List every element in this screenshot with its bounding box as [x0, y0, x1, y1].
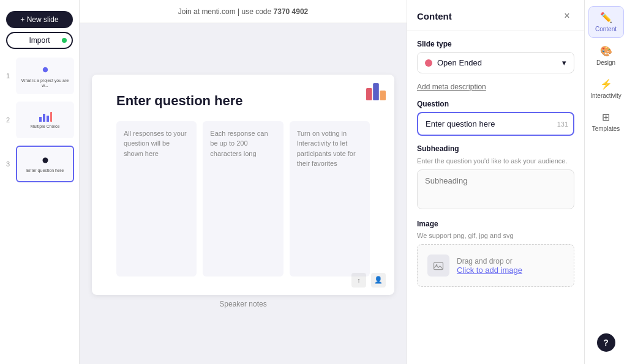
- image-desc: We support png, gif, jpg and svg: [417, 232, 574, 239]
- slide-share-icon[interactable]: ↑: [351, 273, 366, 288]
- slide-type-left: Open Ended: [425, 58, 482, 67]
- svg-rect-6: [366, 88, 372, 100]
- slide-1-label: What is a project you are w...: [20, 78, 70, 89]
- slide-item-3[interactable]: 3 Enter question here: [0, 142, 79, 186]
- design-nav-icon: 🎨: [600, 45, 612, 57]
- question-label: Question: [417, 100, 574, 108]
- slide-bottom-icons: ↑ 👤: [351, 273, 386, 288]
- slide-number-3: 3: [5, 160, 11, 168]
- subheading-label: Subheading: [417, 144, 574, 153]
- slide-type-label: Slide type: [417, 40, 574, 48]
- content-nav-label: Content: [595, 26, 617, 32]
- question-input[interactable]: [417, 112, 574, 136]
- open-ended-icon: [40, 155, 51, 166]
- right-nav: ✏️ Content 🎨 Design ⚡ Interactivity ⊞ Te…: [584, 0, 627, 364]
- join-code: 7370 4902: [274, 7, 309, 16]
- subheading-desc: Enter the question you'd like to ask you…: [417, 157, 574, 166]
- main-area: Join at menti.com | use code 7370 4902 E…: [80, 0, 407, 364]
- slide-thumb-2[interactable]: Multiple Choice: [16, 102, 74, 138]
- nav-item-templates[interactable]: ⊞ Templates: [588, 106, 624, 137]
- slide-thumb-3[interactable]: Enter question here: [16, 146, 74, 182]
- svg-rect-9: [434, 262, 443, 270]
- import-button[interactable]: Import: [6, 32, 73, 49]
- top-bar: Join at menti.com | use code 7370 4902: [80, 0, 407, 23]
- char-count: 131: [557, 121, 568, 128]
- svg-rect-3: [47, 116, 49, 122]
- open-ended-dot: [425, 59, 432, 67]
- nav-item-interactivity[interactable]: ⚡ Interactivity: [588, 73, 624, 104]
- svg-rect-8: [380, 91, 386, 100]
- slide-type-select[interactable]: Open Ended ▾: [417, 52, 574, 73]
- svg-rect-2: [43, 114, 45, 122]
- slide-col-2: Each response can be up to 200 character…: [203, 121, 283, 277]
- slide-canvas: Enter question here All responses to you…: [92, 75, 394, 295]
- panel-header: Content ×: [407, 0, 584, 31]
- svg-rect-4: [50, 112, 52, 122]
- speaker-notes-label: Speaker notes: [219, 300, 266, 308]
- slide-2-label: Multiple Choice: [31, 124, 60, 129]
- image-label: Image: [417, 220, 574, 228]
- import-dot: [62, 38, 67, 43]
- upload-icon-box: [427, 254, 449, 277]
- word-cloud-icon: [39, 64, 51, 76]
- mentimeter-logo: [366, 83, 386, 100]
- slide-thumb-1[interactable]: What is a project you are w...: [16, 58, 74, 94]
- slide-logo: [366, 83, 386, 102]
- nav-item-design[interactable]: 🎨 Design: [588, 40, 624, 71]
- templates-nav-label: Templates: [592, 125, 620, 132]
- slide-person-icon[interactable]: 👤: [371, 273, 386, 288]
- image-upload-icon: [432, 259, 445, 272]
- new-slide-button[interactable]: + New slide: [6, 11, 73, 28]
- design-nav-label: Design: [596, 59, 615, 66]
- panel-body: Slide type Open Ended ▾ Add meta descrip…: [407, 31, 584, 364]
- image-upload-box[interactable]: Drag and drop or Click to add image: [417, 244, 574, 287]
- slide-col-3: Turn on voting in Interactivity to let p…: [290, 121, 370, 277]
- svg-rect-7: [373, 83, 379, 100]
- question-input-wrapper: 131: [417, 112, 574, 136]
- bar-chart-icon: [39, 111, 52, 122]
- speaker-notes-area[interactable]: Speaker notes: [214, 295, 271, 313]
- templates-nav-icon: ⊞: [602, 111, 610, 123]
- help-button[interactable]: ?: [597, 333, 615, 352]
- slide-col-1: All responses to your question will be s…: [116, 121, 197, 277]
- upload-text-area: Drag and drop or Click to add image: [457, 256, 522, 275]
- interactivity-nav-icon: ⚡: [600, 78, 612, 90]
- panel-title: Content: [417, 11, 452, 21]
- slide-editor: Enter question here All responses to you…: [80, 23, 407, 364]
- svg-point-0: [42, 67, 47, 72]
- slide-item-1[interactable]: 1 What is a project you are w...: [0, 54, 79, 98]
- meta-desc-link[interactable]: Add meta description: [417, 83, 486, 91]
- content-nav-icon: ✏️: [600, 12, 612, 23]
- top-buttons: + New slide Import: [0, 6, 79, 54]
- slide-item-2[interactable]: 2 Multiple Choice: [0, 98, 79, 142]
- meta-desc-section: Add meta description: [417, 82, 574, 91]
- subheading-textarea[interactable]: [417, 169, 574, 209]
- upload-link[interactable]: Click to add image: [457, 266, 522, 275]
- image-section: Image We support png, gif, jpg and svg D…: [417, 220, 574, 287]
- slide-type-section: Slide type Open Ended ▾: [417, 40, 574, 73]
- upload-text: Drag and drop or: [457, 257, 512, 266]
- slide-columns: All responses to your question will be s…: [116, 121, 370, 277]
- chevron-down-icon: ▾: [562, 58, 566, 67]
- svg-rect-1: [39, 117, 42, 122]
- slide-number-2: 2: [5, 116, 11, 124]
- slide-3-label: Enter question here: [26, 168, 64, 173]
- content-panel: Content × Slide type Open Ended ▾ Add me…: [407, 0, 584, 364]
- slide-title: Enter question here: [116, 93, 370, 109]
- svg-point-5: [42, 157, 48, 163]
- close-panel-button[interactable]: ×: [560, 9, 574, 23]
- slides-panel: + New slide Import 1 What is a project y…: [0, 0, 80, 364]
- subheading-section: Subheading Enter the question you'd like…: [417, 144, 574, 211]
- slide-type-value: Open Ended: [437, 58, 482, 67]
- help-label: ?: [603, 338, 609, 347]
- slide-number-1: 1: [5, 72, 11, 80]
- question-section: Question 131: [417, 100, 574, 136]
- nav-item-content[interactable]: ✏️ Content: [588, 6, 624, 38]
- interactivity-nav-label: Interactivity: [590, 92, 621, 99]
- join-text: Join at menti.com | use code: [178, 7, 272, 16]
